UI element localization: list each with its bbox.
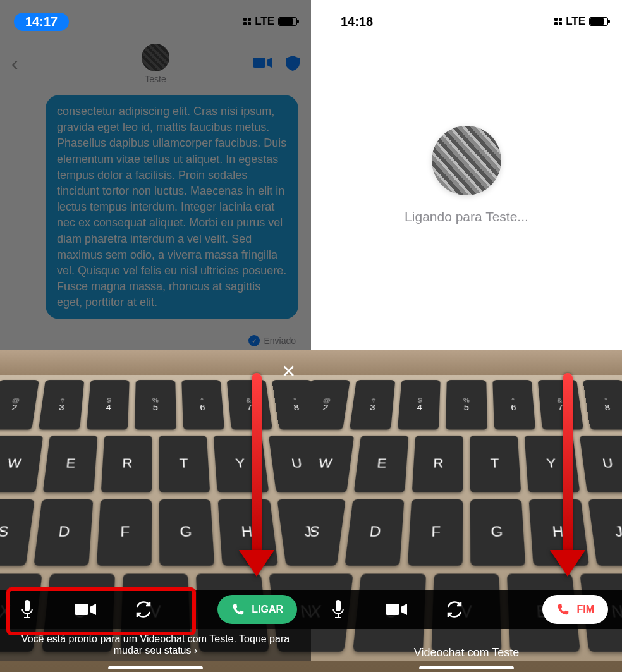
network-label: LTE: [566, 15, 585, 28]
end-call-button[interactable]: FIM: [542, 595, 608, 624]
status-indicators: LTE: [554, 15, 608, 28]
home-indicator[interactable]: [108, 666, 203, 669]
video-preview: !1@2#3$4%5^6&7*8(9QWERTYUIASDFGHJKZXCVBN…: [311, 350, 622, 672]
calling-status-text: Ligando para Teste...: [405, 209, 528, 224]
status-bar: 14:17 LTE: [0, 0, 311, 37]
video-camera-icon[interactable]: [72, 602, 99, 616]
camera-flip-icon[interactable]: [130, 601, 157, 618]
video-preview: !1@2#3$4%5^6&7*8(9QWERTYUIASDFGHJKZXCVBN…: [0, 350, 311, 672]
svg-rect-1: [25, 600, 30, 611]
avatar: [432, 126, 501, 195]
sent-label: Enviado: [264, 336, 296, 346]
video-controls-bar: FIM: [311, 590, 622, 629]
svg-rect-0: [253, 58, 265, 68]
video-status-text[interactable]: Você está pronto para um Videochat com T…: [0, 629, 311, 661]
home-indicator[interactable]: [419, 666, 514, 669]
contact-name: Teste: [145, 74, 166, 84]
video-controls-bar: LIGAR: [0, 590, 311, 629]
chat-header: ‹ Teste: [0, 38, 311, 89]
message-text: consectetur adipiscing elit. Cras nisi i…: [57, 105, 286, 309]
status-time: 14:18: [325, 15, 373, 29]
back-chevron-icon[interactable]: ‹: [11, 52, 18, 75]
shield-icon[interactable]: [286, 56, 300, 71]
screenshot-right: 14:18 LTE Ligando para Teste... !1@2#3$4…: [311, 0, 622, 672]
network-label: LTE: [255, 15, 274, 28]
video-caption: Videochat com Teste: [311, 646, 622, 659]
microphone-icon[interactable]: [14, 600, 40, 619]
call-button[interactable]: LIGAR: [217, 595, 297, 624]
video-camera-icon[interactable]: [383, 602, 410, 616]
calling-area: Ligando para Teste...: [311, 0, 622, 350]
end-call-button-label: FIM: [576, 604, 594, 615]
signal-icon: [554, 18, 562, 25]
svg-rect-2: [75, 604, 88, 615]
status-indicators: LTE: [243, 15, 297, 28]
battery-icon: [278, 17, 297, 26]
battery-icon: [589, 17, 608, 26]
signal-icon: [243, 18, 251, 25]
avatar[interactable]: [140, 42, 171, 73]
microphone-icon[interactable]: [325, 600, 351, 619]
close-icon[interactable]: ✕: [281, 361, 296, 382]
svg-rect-4: [386, 604, 399, 615]
screenshot-left: 14:17 LTE ‹ Teste consectetur adipiscing…: [0, 0, 311, 672]
video-camera-icon[interactable]: [253, 56, 272, 70]
svg-rect-3: [336, 600, 341, 611]
sent-message-bubble[interactable]: consectetur adipiscing elit. Cras nisi i…: [46, 95, 298, 319]
status-time: 14:17: [14, 13, 69, 31]
sent-check-icon: ✓: [248, 335, 260, 346]
camera-flip-icon[interactable]: [441, 601, 468, 618]
call-button-label: LIGAR: [252, 604, 283, 615]
message-status: ✓ Enviado: [248, 335, 296, 346]
status-bar: 14:18 LTE: [311, 0, 622, 37]
